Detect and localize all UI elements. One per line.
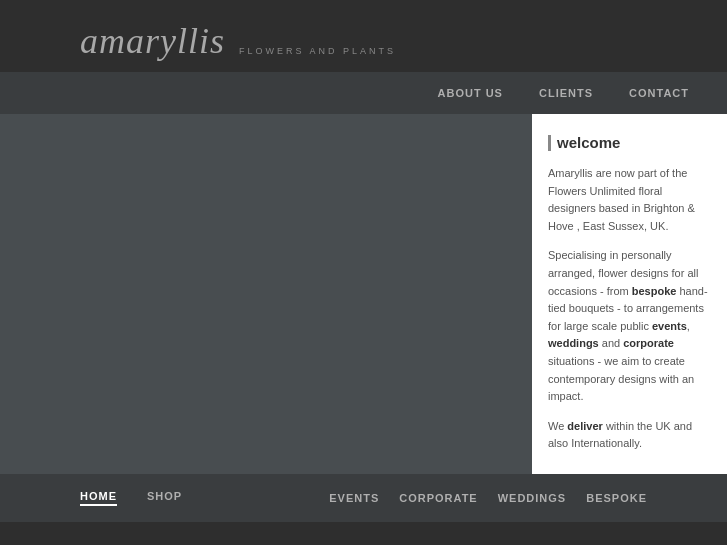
welcome-panel: welcome Amaryllis are now part of the Fl… — [532, 114, 727, 474]
footer-item-home[interactable]: HOME — [80, 490, 117, 506]
logo: amaryllis — [80, 20, 225, 62]
welcome-heading: welcome — [557, 134, 620, 151]
main-area: welcome Amaryllis are now part of the Fl… — [0, 114, 727, 474]
nav-item-clients[interactable]: CLIENTS — [521, 72, 611, 114]
footer-item-shop[interactable]: SHOP — [147, 490, 182, 506]
welcome-para-3: We deliver within the UK and also Intern… — [548, 418, 711, 453]
footer-item-events[interactable]: EVENTS — [329, 492, 379, 504]
nav-item-contact[interactable]: CONTACT — [611, 72, 707, 114]
welcome-para-1: Amaryllis are now part of the Flowers Un… — [548, 165, 711, 235]
footer-right: EVENTS CORPORATE WEDDINGS BESPOKE — [329, 492, 647, 504]
logo-subtitle: FLOWERS AND PLANTS — [239, 46, 396, 56]
nav-item-about-us[interactable]: ABOUT US — [420, 72, 521, 114]
footer-item-weddings[interactable]: WEDDINGS — [498, 492, 567, 504]
footer-item-bespoke[interactable]: BESPOKE — [586, 492, 647, 504]
footer-left: HOME SHOP — [80, 490, 182, 506]
header: amaryllis FLOWERS AND PLANTS — [0, 0, 727, 72]
nav-bar: ABOUT US CLIENTS CONTACT — [0, 72, 727, 114]
footer-bar: HOME SHOP EVENTS CORPORATE WEDDINGS BESP… — [0, 474, 727, 522]
footer-item-corporate[interactable]: CORPORATE — [399, 492, 477, 504]
welcome-bar-icon — [548, 135, 551, 151]
welcome-title: welcome — [548, 134, 711, 151]
welcome-para-2: Specialising in personally arranged, flo… — [548, 247, 711, 405]
